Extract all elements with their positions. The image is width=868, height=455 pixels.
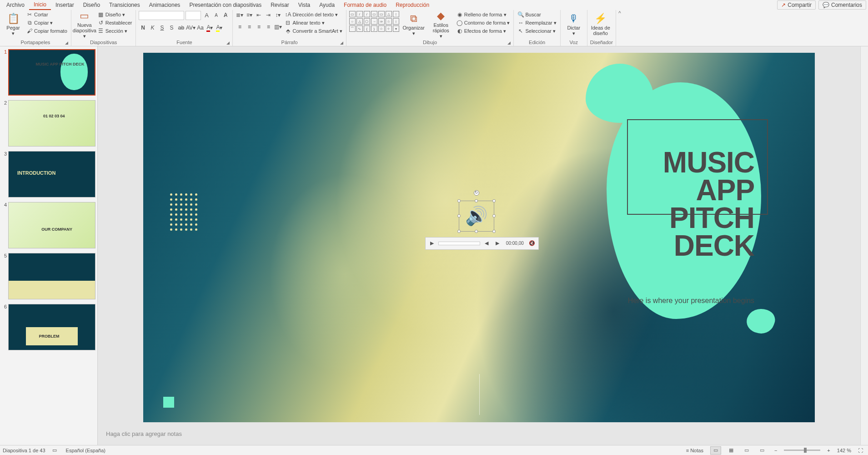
cut-button[interactable]: ✂Cortar (25, 11, 68, 18)
rotate-handle[interactable] (474, 190, 479, 196)
numbering-button[interactable]: ≡▾ (245, 11, 253, 19)
layout-button[interactable]: ▦Diseño ▾ (97, 11, 133, 18)
dictate-button[interactable]: 🎙Dictar▾ (563, 11, 584, 38)
tab-view[interactable]: Vista (294, 0, 315, 10)
clipboard-launcher[interactable]: ◢ (65, 40, 68, 45)
italic-button[interactable]: K (148, 24, 156, 32)
shape-outline-button[interactable]: ◯Contorno de forma ▾ (456, 19, 511, 26)
slide-title[interactable]: MUSIC APP PITCH DECK (618, 149, 754, 259)
tab-insert[interactable]: Insertar (51, 0, 79, 10)
line-spacing-button[interactable]: ↕▾ (274, 11, 282, 19)
slide-thumbnail-4[interactable]: OUR COMPANY (8, 202, 95, 248)
zoom-out-button[interactable]: − (772, 447, 779, 454)
mute-button[interactable]: 🔇 (527, 239, 537, 248)
font-size-input[interactable] (186, 11, 201, 20)
slide-editor[interactable]: MUSIC APP PITCH DECK Here is where your … (98, 46, 860, 445)
replace-button[interactable]: ↔Reemplazar ▾ (517, 19, 557, 26)
tab-home[interactable]: Inicio (29, 0, 51, 10)
paste-button[interactable]: 📋Pegar▾ (3, 11, 24, 38)
tab-slideshow[interactable]: Presentación con diapositivas (185, 0, 266, 10)
next-button[interactable]: ▶ (493, 239, 502, 248)
reading-view-button[interactable]: ▭ (741, 446, 752, 455)
resize-handle[interactable] (492, 214, 496, 217)
underline-button[interactable]: S (158, 24, 166, 32)
resize-handle[interactable] (457, 214, 461, 217)
notes-toggle[interactable]: ≡ Notas (684, 447, 706, 454)
tab-animations[interactable]: Animaciones (145, 0, 185, 10)
paragraph-launcher[interactable]: ◢ (340, 40, 343, 45)
slide-subtitle[interactable]: Here is where your presentation begins (609, 297, 754, 305)
shape-fill-button[interactable]: ◉Relleno de forma ▾ (456, 11, 511, 18)
slide-thumbnail-panel[interactable]: 1 MUSIC APP PITCH DECK 2 01 02 03 04 3 I… (0, 46, 98, 445)
bold-button[interactable]: N (139, 24, 147, 32)
slide-thumbnail-2[interactable]: 01 02 03 04 (8, 100, 95, 147)
columns-button[interactable]: ▥▾ (274, 23, 282, 31)
new-slide-button[interactable]: ▭Nueva diapositiva▾ (74, 11, 95, 38)
align-center-button[interactable]: ≡ (245, 23, 253, 31)
tab-review[interactable]: Revisar (266, 0, 294, 10)
tab-design[interactable]: Diseño (79, 0, 105, 10)
font-launcher[interactable]: ◢ (226, 40, 230, 45)
tab-help[interactable]: Ayuda (315, 0, 339, 10)
clear-format-button[interactable]: A̷ (221, 11, 230, 19)
design-ideas-button[interactable]: ⚡Ideas de diseño (590, 11, 611, 38)
font-name-input[interactable] (139, 11, 184, 20)
tab-audio-format[interactable]: Formato de audio (339, 0, 391, 10)
increase-font-button[interactable]: A (202, 11, 211, 19)
zoom-slider[interactable] (784, 450, 820, 451)
align-text-button[interactable]: ⊟Alinear texto ▾ (284, 19, 343, 26)
prev-button[interactable]: ◀ (482, 239, 491, 248)
notes-placeholder[interactable]: Haga clic para agregar notas (103, 429, 855, 441)
resize-handle[interactable] (457, 199, 461, 202)
select-button[interactable]: ↖Seleccionar ▾ (517, 27, 557, 35)
slide-thumbnail-5[interactable] (8, 253, 95, 299)
font-color-button[interactable]: A▾ (206, 24, 214, 32)
audio-track[interactable] (438, 242, 480, 245)
resize-handle[interactable] (475, 199, 478, 202)
collapse-ribbon-button[interactable]: ^ (616, 10, 623, 46)
decrease-font-button[interactable]: A (212, 11, 220, 19)
resize-handle[interactable] (492, 199, 496, 202)
tab-transitions[interactable]: Transiciones (105, 0, 145, 10)
shape-effects-button[interactable]: ◐Efectos de forma ▾ (456, 27, 511, 35)
resize-handle[interactable] (475, 230, 478, 233)
sorter-view-button[interactable]: ▦ (726, 446, 737, 455)
align-right-button[interactable]: ≡ (255, 23, 263, 31)
slideshow-view-button[interactable]: ▭ (757, 446, 768, 455)
play-button[interactable]: ▶ (427, 239, 437, 248)
section-button[interactable]: ☰Sección ▾ (97, 27, 133, 35)
text-direction-button[interactable]: ↕ADirección del texto ▾ (284, 11, 343, 18)
zoom-thumb[interactable] (804, 448, 807, 453)
slide-thumbnail-3[interactable]: INTRODUCTION (8, 151, 95, 197)
align-justify-button[interactable]: ≡ (264, 23, 272, 31)
quick-styles-button[interactable]: ◆Estilos rápidos▾ (428, 11, 454, 38)
reset-button[interactable]: ↺Restablecer (97, 19, 133, 26)
share-button[interactable]: ↗Compartir (777, 0, 816, 10)
normal-view-button[interactable]: ▭ (710, 446, 721, 455)
indent-more-button[interactable]: ⇥ (264, 11, 272, 19)
slide-canvas[interactable]: MUSIC APP PITCH DECK Here is where your … (143, 53, 815, 422)
resize-handle[interactable] (457, 230, 461, 233)
tab-playback[interactable]: Reproducción (391, 0, 434, 10)
smartart-button[interactable]: ⬘Convertir a SmartArt ▾ (284, 27, 343, 35)
fit-window-button[interactable]: ⛶ (856, 447, 865, 454)
resize-handle[interactable] (492, 230, 496, 233)
shapes-gallery[interactable]: ▭//▭▭△↕ ○△⬡→⇒☆↕ ⌒∿{}☆✧▾ (349, 11, 399, 32)
accessibility-button[interactable]: ▭ (50, 446, 59, 454)
spacing-button[interactable]: AV▾ (186, 24, 195, 32)
indent-less-button[interactable]: ⇤ (255, 11, 263, 19)
comments-button[interactable]: 💬Comentarios (818, 0, 866, 10)
shadow-button[interactable]: S (167, 24, 176, 32)
slide-thumbnail-1[interactable]: MUSIC APP PITCH DECK (8, 49, 95, 96)
strike-button[interactable]: ab (177, 24, 185, 32)
format-painter-button[interactable]: 🖌Copiar formato (25, 27, 68, 35)
find-button[interactable]: 🔍Buscar (517, 11, 557, 18)
zoom-level[interactable]: 142 % (837, 448, 851, 453)
drawing-launcher[interactable]: ◢ (507, 40, 511, 45)
arrange-button[interactable]: ⧉Organizar▾ (401, 11, 426, 38)
vertical-scrollbar[interactable] (860, 46, 868, 445)
audio-object-selected[interactable]: 🔊 (459, 201, 494, 232)
language-button[interactable]: Español (España) (64, 447, 108, 454)
tab-file[interactable]: Archivo (2, 0, 29, 10)
bullets-button[interactable]: ≣▾ (236, 11, 244, 19)
